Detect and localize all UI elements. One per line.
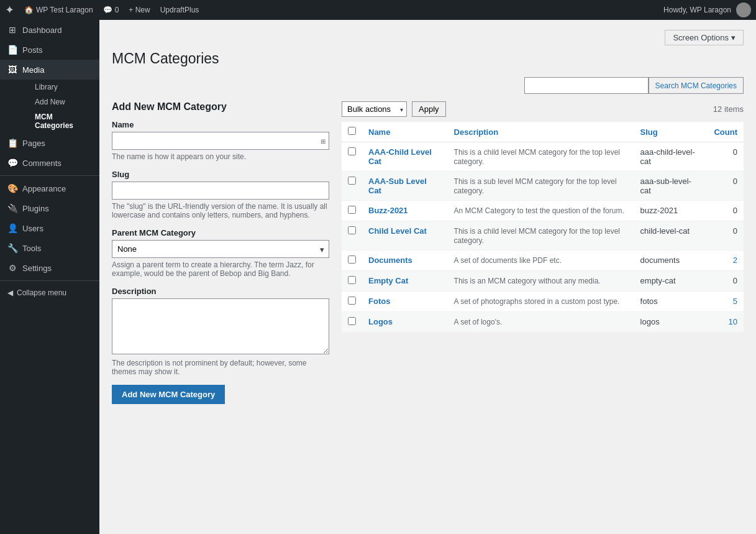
parent-select[interactable]: None: [112, 240, 329, 258]
sidebar-item-users[interactable]: 👤 Users: [0, 218, 99, 238]
row-name-cell: AAA-Child Level Cat: [362, 142, 448, 172]
sidebar: ⊞ Dashboard 📄 Posts 🖼 Media Library Add …: [0, 20, 99, 534]
category-count-link[interactable]: 2: [733, 255, 737, 265]
search-button[interactable]: Search MCM Categories: [649, 77, 744, 94]
howdy-text: Howdy, WP Laragon: [663, 6, 731, 14]
category-name-link[interactable]: Documents: [368, 255, 412, 265]
table-row: Logos A set of logo's. logos 10: [342, 312, 744, 333]
category-count-link[interactable]: 5: [733, 297, 737, 306]
media-icon: 🖼: [7, 65, 17, 75]
row-checkbox[interactable]: [348, 297, 356, 305]
sidebar-item-library[interactable]: Library: [17, 80, 99, 94]
count-column-header[interactable]: Count: [708, 122, 744, 142]
sidebar-item-posts[interactable]: 📄 Posts: [0, 40, 99, 60]
row-description-cell: A set of documents like PDF etc.: [448, 251, 634, 271]
category-name-link[interactable]: Fotos: [368, 297, 390, 306]
row-count-cell: 5: [708, 292, 744, 312]
row-checkbox[interactable]: [348, 226, 356, 234]
sidebar-item-plugins[interactable]: 🔌 Plugins: [0, 198, 99, 218]
category-name-link[interactable]: Logos: [368, 317, 393, 326]
row-checkbox-cell: [342, 292, 362, 312]
name-label: Name: [112, 120, 329, 129]
row-checkbox[interactable]: [348, 206, 356, 214]
description-column-header[interactable]: Description: [448, 122, 634, 142]
category-count: 0: [733, 276, 737, 285]
sidebar-item-label: Media: [22, 65, 44, 75]
categories-table: Name Description Slug Count AAA-Child Le…: [342, 122, 744, 333]
row-checkbox[interactable]: [348, 317, 356, 325]
row-description-cell: A set of logo's.: [448, 312, 634, 333]
new-content-link[interactable]: + New: [129, 6, 150, 14]
sidebar-item-appearance[interactable]: 🎨 Appearance: [0, 178, 99, 198]
sidebar-item-comments[interactable]: 💬 Comments: [0, 153, 99, 173]
row-name-cell: Child Level Cat: [362, 221, 448, 251]
wordpress-logo-icon: ✦: [5, 3, 14, 17]
apply-button[interactable]: Apply: [412, 101, 446, 117]
collapse-menu-button[interactable]: ◀ Collapse menu: [0, 283, 99, 302]
row-checkbox-cell: [342, 251, 362, 271]
row-checkbox[interactable]: [348, 255, 356, 264]
sidebar-item-media[interactable]: 🖼 Media: [0, 60, 99, 80]
category-name-link[interactable]: AAA-Sub Level Cat: [368, 177, 427, 195]
settings-icon: ⚙: [7, 263, 17, 273]
slug-column-header[interactable]: Slug: [634, 122, 708, 142]
comments-link[interactable]: 💬 0: [103, 6, 119, 14]
category-slug: child-level-cat: [640, 226, 690, 236]
row-checkbox[interactable]: [348, 147, 356, 155]
row-slug-cell: fotos: [634, 292, 708, 312]
row-description-cell: This is a child level MCM category for t…: [448, 221, 634, 251]
table-row: AAA-Child Level Cat This is a child leve…: [342, 142, 744, 172]
row-slug-cell: aaa-sub-level-cat: [634, 172, 708, 201]
row-checkbox-cell: [342, 221, 362, 251]
name-input-wrapper: ⊞: [112, 132, 329, 150]
sidebar-item-dashboard[interactable]: ⊞ Dashboard: [0, 20, 99, 40]
category-name-link[interactable]: Child Level Cat: [368, 226, 427, 236]
sidebar-item-pages[interactable]: 📋 Pages: [0, 133, 99, 153]
name-column-header[interactable]: Name: [362, 122, 448, 142]
sidebar-item-add-new[interactable]: Add New: [17, 94, 99, 109]
sidebar-item-label: Tools: [22, 244, 41, 253]
table-row: Buzz-2021 An MCM Category to test the qu…: [342, 201, 744, 221]
page-title: MCM Categories: [112, 50, 744, 67]
sidebar-item-settings[interactable]: ⚙ Settings: [0, 258, 99, 278]
slug-input[interactable]: [112, 182, 329, 200]
description-hint: The description is not prominent by defa…: [112, 359, 329, 376]
category-count: 0: [733, 147, 737, 157]
sidebar-item-tools[interactable]: 🔧 Tools: [0, 238, 99, 258]
top-bar: ✦ 🏠 WP Test Laragon 💬 0 + New UpdraftPlu…: [0, 0, 756, 20]
top-bar-right: Howdy, WP Laragon: [663, 2, 751, 17]
row-checkbox[interactable]: [348, 276, 356, 284]
category-name-link[interactable]: AAA-Child Level Cat: [368, 147, 432, 166]
sidebar-item-label: Posts: [22, 45, 43, 55]
category-count: 0: [733, 226, 737, 236]
row-checkbox-cell: [342, 142, 362, 172]
row-checkbox-cell: [342, 271, 362, 292]
row-checkbox[interactable]: [348, 177, 356, 185]
comments-icon: 💬: [7, 158, 17, 168]
table-row: Fotos A set of photographs stored in a c…: [342, 292, 744, 312]
category-count-link[interactable]: 10: [729, 317, 737, 326]
row-name-cell: Fotos: [362, 292, 448, 312]
sidebar-item-label: Dashboard: [22, 25, 62, 35]
table-header-row: Name Description Slug Count: [342, 122, 744, 142]
comments-icon: 💬: [103, 6, 112, 14]
updraftplus-link[interactable]: UpdraftPlus: [160, 6, 199, 14]
select-all-checkbox[interactable]: [348, 127, 356, 135]
category-slug: logos: [640, 317, 660, 326]
search-input[interactable]: [524, 77, 649, 94]
category-description: This is an MCM category without any medi…: [454, 277, 601, 285]
sidebar-item-label: Users: [22, 224, 43, 233]
slug-label: Slug: [112, 170, 329, 179]
name-input[interactable]: [112, 132, 329, 150]
bulk-actions-select[interactable]: Bulk actions: [342, 101, 407, 117]
category-name-link[interactable]: Empty Cat: [368, 276, 408, 285]
description-textarea[interactable]: [112, 298, 329, 354]
site-name-link[interactable]: 🏠 WP Test Laragon: [24, 6, 93, 14]
sidebar-item-mcm-categories[interactable]: MCM Categories: [17, 109, 99, 133]
avatar[interactable]: [736, 2, 751, 17]
add-category-button[interactable]: Add New MCM Category: [112, 385, 225, 404]
category-description: This is a child level MCM category for t…: [454, 227, 620, 245]
category-name-link[interactable]: Buzz-2021: [368, 206, 408, 215]
category-slug: documents: [640, 255, 680, 265]
screen-options-button[interactable]: Screen Options ▾: [665, 30, 744, 45]
